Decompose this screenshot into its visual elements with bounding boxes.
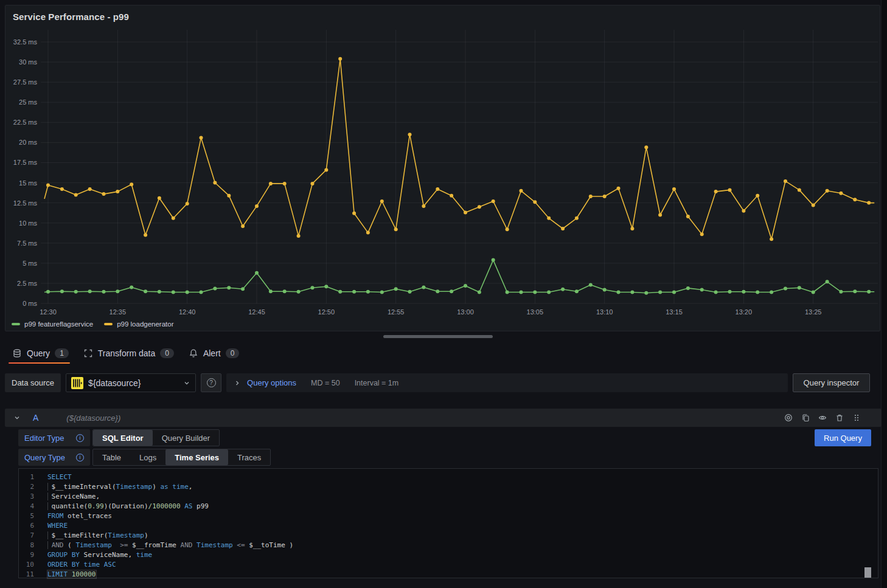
x-tick-label: 12:35 [110, 308, 127, 316]
run-query-button[interactable]: Run Query [815, 429, 871, 446]
segment-time-series[interactable]: Time Series [165, 449, 228, 465]
datasource-picker[interactable]: ${datasource} [66, 373, 196, 392]
data-point [812, 291, 815, 294]
data-point [394, 227, 398, 231]
y-tick-label: 2.5 ms [17, 280, 38, 287]
sql-editor[interactable]: 1SELECT2 $__timeInterval(Timestamp) as t… [18, 468, 878, 578]
data-point [839, 192, 843, 195]
line-number: 2 [19, 483, 34, 491]
tab-count-badge: 0 [160, 348, 174, 358]
chevron-right-icon[interactable] [234, 379, 241, 387]
tab-query[interactable]: Query 1 [5, 342, 76, 364]
y-tick-label: 12.5 ms [13, 199, 38, 207]
query-ref-id: A [33, 413, 38, 423]
legend-item-loadgenerator[interactable]: p99 loadgenerator [104, 320, 173, 328]
data-point [116, 289, 119, 293]
datasource-help-button[interactable]: ? [201, 373, 221, 392]
collapse-chevron-icon[interactable] [13, 414, 21, 421]
segment-traces[interactable]: Traces [228, 449, 270, 465]
x-tick-label: 12:40 [179, 308, 196, 316]
data-point [380, 291, 384, 294]
segment-sql-editor[interactable]: SQL Editor [93, 430, 153, 446]
data-point [853, 289, 857, 293]
data-point [644, 291, 648, 295]
legend-label: p99 loadgenerator [117, 320, 173, 328]
y-tick-label: 17.5 ms [13, 159, 38, 166]
line-number: 9 [19, 551, 34, 559]
duplicate-query-icon[interactable] [801, 413, 810, 422]
segment-logs[interactable]: Logs [130, 449, 165, 465]
y-tick-label: 15 ms [19, 179, 37, 187]
page-scrollbar-track[interactable] [881, 0, 887, 588]
data-point [547, 216, 551, 220]
legend-swatch-yellow [104, 323, 113, 325]
tab-alert[interactable]: Alert 0 [181, 342, 246, 364]
query-inspector-button[interactable]: Query inspector [793, 373, 870, 392]
query-history-icon[interactable] [784, 413, 793, 422]
legend-item-featureflagservice[interactable]: p99 featureflagservice [12, 320, 93, 328]
data-point [839, 290, 843, 294]
y-tick-label: 22.5 ms [13, 119, 38, 126]
tab-transform-data[interactable]: Transform data 0 [76, 342, 181, 364]
line-content: SELECT [47, 473, 72, 481]
data-point [867, 290, 871, 294]
data-point [60, 289, 64, 293]
x-tick-label: 12:50 [318, 308, 335, 316]
transform-icon [83, 348, 93, 358]
editor-type-label-box: Editor Type i [18, 429, 90, 446]
tab-count-badge: 0 [226, 348, 240, 358]
data-point [297, 290, 301, 294]
data-point [742, 290, 745, 294]
line-number: 3 [19, 493, 34, 500]
line-number: 10 [19, 561, 34, 569]
help-icon: ? [207, 378, 216, 387]
data-point [102, 192, 106, 196]
sql-lines: 1SELECT2 $__timeInterval(Timestamp) as t… [19, 472, 878, 579]
drag-handle-icon[interactable] [852, 413, 861, 422]
data-point [853, 198, 857, 201]
y-tick-label: 20 ms [19, 139, 37, 146]
datasource-label: Data source [5, 373, 61, 392]
y-tick-label: 27.5 ms [13, 78, 38, 86]
info-icon[interactable]: i [76, 454, 84, 462]
data-point [102, 290, 106, 294]
data-point [506, 227, 509, 231]
clickhouse-logo-icon [71, 377, 83, 389]
data-point [227, 286, 231, 289]
data-point [589, 283, 593, 287]
code-line: 8 AND ( Timestamp >= $__fromTime AND Tim… [19, 541, 878, 550]
editor-scrollbar-thumb[interactable] [864, 567, 871, 578]
data-point [144, 289, 147, 293]
bell-icon [189, 348, 198, 358]
data-point [464, 284, 467, 288]
data-point [186, 291, 189, 294]
x-tick-label: 13:05 [527, 308, 544, 316]
y-tick-label: 5 ms [23, 260, 37, 267]
data-point [324, 168, 328, 171]
segment-query-builder[interactable]: Query Builder [153, 430, 219, 446]
data-point [575, 216, 579, 220]
info-icon[interactable]: i [76, 434, 84, 442]
query-options-md: MD = 50 [311, 379, 340, 387]
data-point [589, 195, 593, 198]
data-point [352, 212, 356, 215]
data-point [338, 57, 342, 61]
data-point [867, 201, 871, 205]
delete-query-trash-icon[interactable] [835, 413, 844, 422]
query-row-header[interactable]: A (${datasource}) [5, 409, 882, 427]
segment-table[interactable]: Table [93, 449, 130, 465]
hide-query-eye-icon[interactable] [818, 413, 827, 422]
data-point [422, 204, 425, 208]
data-point [630, 227, 634, 230]
line-number: 8 [19, 541, 34, 549]
chart-svg: 0 ms2.5 ms5 ms7.5 ms10 ms12.5 ms15 ms17.… [5, 5, 880, 331]
query-options-link[interactable]: Query options [247, 378, 296, 387]
query-type-row: Query Type i Table Logs Time Series Trac… [18, 449, 271, 466]
horizontal-scrollbar[interactable] [383, 335, 493, 338]
code-line: 11LIMIT 100000 [19, 570, 878, 579]
data-point [770, 291, 773, 294]
datasource-row: Data source ${datasource} ? Query option… [5, 373, 870, 392]
data-point [255, 204, 259, 208]
data-point [742, 209, 745, 213]
query-datasource-hint: (${datasource}) [66, 413, 120, 423]
